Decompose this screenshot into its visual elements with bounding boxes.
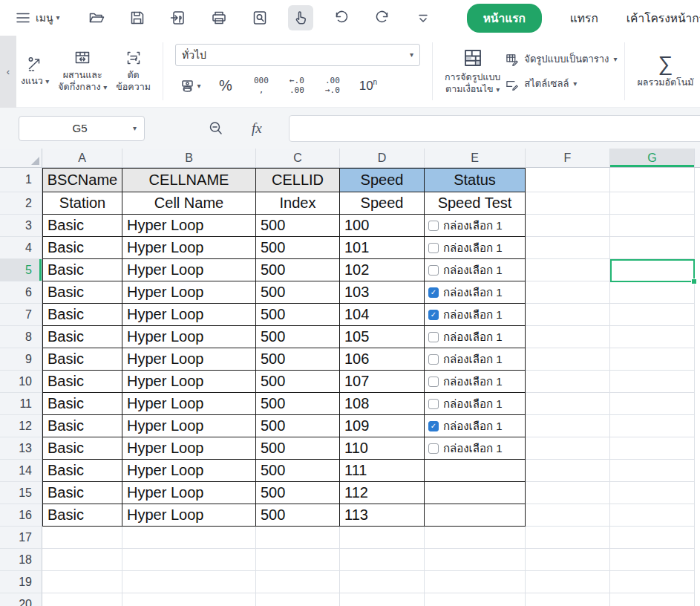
cell-G19[interactable] <box>610 571 695 593</box>
status-checkbox[interactable] <box>428 399 439 409</box>
open-file-button[interactable] <box>84 5 109 30</box>
cell-D2[interactable]: Speed <box>340 192 425 215</box>
cell-F7[interactable] <box>526 304 610 326</box>
cell-D17[interactable] <box>340 527 425 549</box>
zoom-out-button[interactable] <box>207 120 225 137</box>
row-header-4[interactable]: 4 <box>0 237 42 259</box>
cell-G17[interactable] <box>610 527 695 549</box>
cell-C19[interactable] <box>256 571 340 593</box>
cell-A15[interactable]: Basic <box>42 482 122 504</box>
cell-D18[interactable] <box>340 549 425 571</box>
cell-G6[interactable] <box>610 281 695 304</box>
cell-F16[interactable] <box>526 504 610 527</box>
row-header-20[interactable]: 20 <box>0 593 42 606</box>
cell-E16[interactable] <box>425 504 526 527</box>
cell-C7[interactable]: 500 <box>256 304 340 326</box>
status-checkbox[interactable] <box>428 243 439 253</box>
cell-B2[interactable]: Cell Name <box>122 192 256 215</box>
cell-B18[interactable] <box>122 549 256 571</box>
cell-G9[interactable] <box>610 348 695 371</box>
cell-D7[interactable]: 104 <box>340 304 425 326</box>
status-checkbox[interactable]: ✓ <box>428 421 439 431</box>
cell-C16[interactable]: 500 <box>256 504 340 527</box>
cell-E6[interactable]: ✓กล่องเลือก 1 <box>425 281 526 304</box>
row-header-17[interactable]: 17 <box>0 527 42 549</box>
status-checkbox[interactable] <box>428 265 439 276</box>
cell-A14[interactable]: Basic <box>42 460 122 482</box>
cell-C17[interactable] <box>256 527 340 549</box>
cell-B5[interactable]: Hyper Loop <box>122 259 256 281</box>
cell-G18[interactable] <box>610 549 695 571</box>
column-header-E[interactable]: E <box>425 149 526 167</box>
cell-E11[interactable]: กล่องเลือก 1 <box>425 393 526 415</box>
cell-A9[interactable]: Basic <box>42 348 122 371</box>
cell-B20[interactable] <box>122 593 256 606</box>
cell-F9[interactable] <box>526 348 610 371</box>
status-checkbox[interactable] <box>428 332 439 342</box>
cell-E8[interactable]: กล่องเลือก 1 <box>425 326 526 348</box>
cell-G2[interactable] <box>610 192 695 215</box>
row-header-16[interactable]: 16 <box>0 504 42 527</box>
row-header-2[interactable]: 2 <box>0 192 42 215</box>
cell-E18[interactable] <box>425 549 526 571</box>
cell-B7[interactable]: Hyper Loop <box>122 304 256 326</box>
column-header-G[interactable]: G <box>610 149 695 167</box>
status-checkbox[interactable]: ✓ <box>428 287 439 298</box>
status-checkbox[interactable] <box>428 443 439 454</box>
redo-button[interactable] <box>370 5 395 30</box>
cell-D1[interactable]: Speed <box>340 168 425 192</box>
cell-C4[interactable]: 500 <box>256 237 340 259</box>
row-header-1[interactable]: 1 <box>0 168 42 192</box>
status-checkbox[interactable] <box>428 354 439 365</box>
status-checkbox[interactable] <box>428 377 439 387</box>
cell-D9[interactable]: 106 <box>340 348 425 371</box>
cell-A6[interactable]: Basic <box>42 281 122 304</box>
cell-F4[interactable] <box>526 237 610 259</box>
cell-F19[interactable] <box>526 571 610 593</box>
cell-A19[interactable] <box>42 571 122 593</box>
column-header-D[interactable]: D <box>340 149 425 167</box>
cell-D16[interactable]: 113 <box>340 504 425 527</box>
cell-G8[interactable] <box>610 326 695 348</box>
cell-B16[interactable]: Hyper Loop <box>122 504 256 527</box>
tab-insert[interactable]: แทรก <box>570 9 598 27</box>
column-header-A[interactable]: A <box>42 149 122 167</box>
cell-E19[interactable] <box>425 571 526 593</box>
menu-dropdown[interactable]: เมนู ▾ <box>36 10 60 26</box>
cell-E3[interactable]: กล่องเลือก 1 <box>425 215 526 237</box>
row-header-5[interactable]: 5 <box>0 259 42 281</box>
cell-B19[interactable] <box>122 571 256 593</box>
cell-C18[interactable] <box>256 549 340 571</box>
row-header-18[interactable]: 18 <box>0 549 42 571</box>
currency-format-button[interactable]: ▾ <box>175 73 205 100</box>
cell-E20[interactable] <box>425 593 526 606</box>
cell-C9[interactable]: 500 <box>256 348 340 371</box>
cell-D10[interactable]: 107 <box>340 371 425 393</box>
cell-B3[interactable]: Hyper Loop <box>122 215 256 237</box>
increase-decimal-button[interactable]: ←.0.00 <box>282 73 312 100</box>
cell-B14[interactable]: Hyper Loop <box>122 460 256 482</box>
cell-styles-button[interactable]: สไตล์เซลล์ ▾ <box>505 76 617 91</box>
cell-C10[interactable]: 500 <box>256 371 340 393</box>
cell-D11[interactable]: 108 <box>340 393 425 415</box>
cell-A4[interactable]: Basic <box>42 237 122 259</box>
cell-D19[interactable] <box>340 571 425 593</box>
cell-F15[interactable] <box>526 482 610 504</box>
row-header-19[interactable]: 19 <box>0 571 42 593</box>
row-header-15[interactable]: 15 <box>0 482 42 504</box>
cell-D3[interactable]: 100 <box>340 215 425 237</box>
cell-C11[interactable]: 500 <box>256 393 340 415</box>
toolbar-more-button[interactable] <box>410 5 436 30</box>
cell-D4[interactable]: 101 <box>340 237 425 259</box>
cell-A5[interactable]: Basic <box>42 259 122 281</box>
cell-A10[interactable]: Basic <box>42 371 122 393</box>
cell-F10[interactable] <box>526 371 610 393</box>
name-box[interactable]: G5 ▾ <box>19 116 145 141</box>
comma-style-button[interactable]: 000, <box>246 73 276 100</box>
cell-G13[interactable] <box>610 437 695 460</box>
cell-E15[interactable] <box>425 482 526 504</box>
scientific-format-button[interactable]: 10n <box>353 73 383 100</box>
cell-B12[interactable]: Hyper Loop <box>122 415 256 437</box>
cell-C15[interactable]: 500 <box>256 482 340 504</box>
cell-F12[interactable] <box>526 415 610 437</box>
